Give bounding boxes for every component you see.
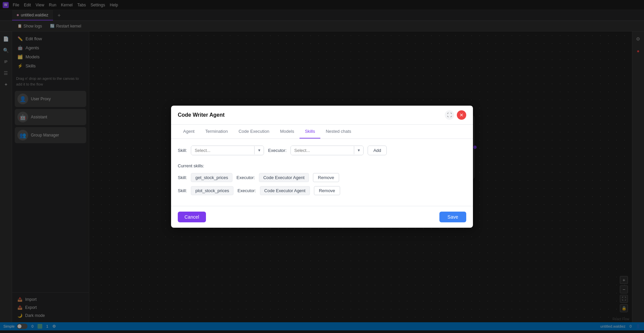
executor-chevron-icon[interactable]: ▼	[354, 146, 363, 154]
tab-skills[interactable]: Skills	[300, 125, 320, 138]
tab-models[interactable]: Models	[275, 125, 300, 138]
modal-header: Code Writer Agent ⛶ ✕	[171, 106, 473, 125]
modal-overlay[interactable]: Code Writer Agent ⛶ ✕ Agent Termination …	[0, 0, 644, 333]
executor-select-input[interactable]	[291, 146, 354, 155]
modal-footer: Cancel Save	[171, 206, 473, 228]
add-skill-button[interactable]: Add	[368, 146, 387, 155]
modal-header-buttons: ⛶ ✕	[445, 110, 466, 120]
remove-btn-2[interactable]: Remove	[314, 186, 340, 195]
remove-btn-1[interactable]: Remove	[313, 173, 339, 182]
modal-body: Skill: ▼ Executor: ▼ Add Current skills:…	[171, 139, 473, 206]
close-button[interactable]: ✕	[457, 110, 466, 120]
skill-select-wrapper[interactable]: ▼	[191, 146, 264, 155]
skill-label: Skill:	[178, 148, 187, 153]
tab-nested-chats[interactable]: Nested chats	[320, 125, 357, 138]
skill-chevron-icon[interactable]: ▼	[254, 146, 264, 154]
modal-tabs: Agent Termination Code Execution Models …	[171, 125, 473, 139]
skill-row1-executor-value: Code Executor Agent	[259, 173, 309, 182]
skill-row2-skill-value: plot_stock_prices	[191, 186, 233, 195]
skills-input-row: Skill: ▼ Executor: ▼ Add	[178, 146, 466, 155]
skill-row1-skill-value: get_stock_prices	[191, 173, 232, 182]
expand-button[interactable]: ⛶	[445, 110, 454, 120]
tab-termination[interactable]: Termination	[200, 125, 233, 138]
tab-agent[interactable]: Agent	[178, 125, 200, 138]
skill-row1-skill-label: Skill:	[178, 175, 187, 180]
skill-row-2: Skill: plot_stock_prices Executor: Code …	[178, 186, 466, 195]
executor-select-wrapper[interactable]: ▼	[290, 146, 364, 155]
cancel-button[interactable]: Cancel	[178, 212, 206, 222]
skill-row2-skill-label: Skill:	[178, 188, 187, 193]
skill-row2-executor-value: Code Executor Agent	[260, 186, 310, 195]
modal-title: Code Writer Agent	[178, 112, 225, 118]
skill-row1-executor-label: Executor:	[236, 175, 255, 180]
tab-code-execution[interactable]: Code Execution	[233, 125, 275, 138]
skill-row-1: Skill: get_stock_prices Executor: Code E…	[178, 173, 466, 182]
save-button[interactable]: Save	[439, 212, 466, 222]
skill-select-input[interactable]	[191, 146, 254, 155]
skill-row2-executor-label: Executor:	[237, 188, 256, 193]
modal: Code Writer Agent ⛶ ✕ Agent Termination …	[171, 106, 473, 228]
executor-label: Executor:	[268, 148, 286, 153]
current-skills-title: Current skills:	[178, 163, 466, 168]
